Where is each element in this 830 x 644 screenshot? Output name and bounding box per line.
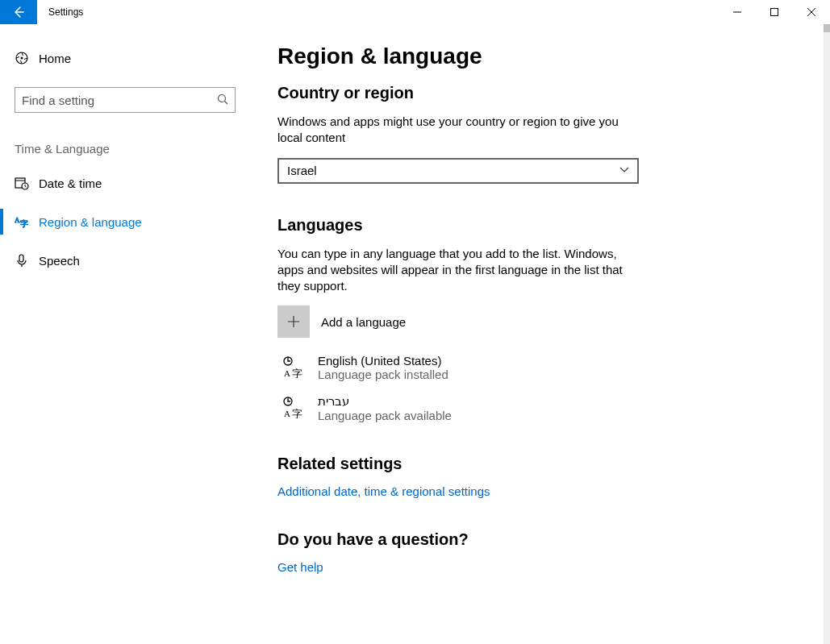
chevron-down-icon — [619, 164, 629, 177]
nav-region-language[interactable]: A字 Region & language — [0, 202, 250, 241]
close-button[interactable] — [793, 0, 830, 24]
section-related: Related settings — [277, 455, 798, 473]
region-dropdown[interactable]: Israel — [277, 158, 639, 184]
language-name: עברית — [318, 394, 452, 409]
window-title: Settings — [37, 0, 719, 24]
svg-text:字: 字 — [20, 219, 28, 228]
section-country-region: Country or region — [277, 84, 798, 102]
nav-label: Speech — [39, 254, 80, 268]
home-label: Home — [39, 52, 71, 65]
close-icon — [807, 8, 815, 16]
languages-description: You can type in any language that you ad… — [277, 246, 624, 295]
related-settings-link[interactable]: Additional date, time & regional setting… — [277, 484, 798, 498]
home-icon — [15, 51, 39, 65]
back-arrow-icon — [12, 6, 25, 19]
minimize-icon — [733, 8, 741, 16]
home-nav[interactable]: Home — [0, 40, 250, 76]
svg-text:A: A — [15, 216, 20, 224]
content-area: Region & language Country or region Wind… — [250, 24, 830, 644]
region-description: Windows and apps might use your country … — [277, 114, 624, 147]
sidebar: Home Time & Language Date & time A字 Regi… — [0, 24, 250, 644]
svg-rect-8 — [19, 255, 23, 262]
nav-group-heading: Time & Language — [15, 142, 250, 156]
section-question: Do you have a question? — [277, 530, 798, 549]
language-glyph-icon: A字 — [277, 394, 310, 418]
region-value: Israel — [287, 164, 317, 177]
minimize-button[interactable] — [719, 0, 756, 24]
language-icon: A字 — [15, 214, 39, 229]
maximize-icon — [770, 8, 778, 16]
nav-date-time[interactable]: Date & time — [0, 164, 250, 202]
language-status: Language pack installed — [318, 368, 448, 381]
search-box[interactable] — [15, 87, 236, 113]
language-glyph-icon: A字 — [277, 354, 310, 378]
language-status: Language pack available — [318, 409, 452, 422]
language-item-hebrew[interactable]: A字 עברית Language pack available — [277, 394, 798, 422]
back-button[interactable] — [0, 0, 37, 24]
nav-label: Region & language — [39, 215, 142, 229]
search-input[interactable] — [22, 93, 217, 107]
search-icon — [217, 93, 228, 107]
svg-text:字: 字 — [292, 368, 302, 378]
get-help-link[interactable]: Get help — [277, 560, 798, 574]
svg-text:A: A — [284, 409, 290, 418]
language-name: English (United States) — [318, 354, 448, 368]
add-language-label: Add a language — [321, 315, 406, 329]
svg-point-2 — [21, 57, 23, 60]
svg-rect-0 — [771, 9, 778, 16]
microphone-icon — [15, 253, 39, 268]
maximize-button[interactable] — [756, 0, 793, 24]
calendar-clock-icon — [15, 176, 39, 190]
nav-speech[interactable]: Speech — [0, 241, 250, 280]
page-title: Region & language — [277, 44, 798, 69]
svg-text:字: 字 — [292, 408, 302, 418]
nav-label: Date & time — [39, 177, 102, 190]
language-item-english[interactable]: A字 English (United States) Language pack… — [277, 354, 798, 381]
svg-point-3 — [219, 94, 226, 102]
add-language-button[interactable]: Add a language — [277, 305, 798, 338]
scrollbar-thumb[interactable] — [824, 24, 830, 32]
svg-text:A: A — [284, 368, 290, 378]
plus-icon — [277, 305, 310, 338]
section-languages: Languages — [277, 216, 798, 235]
scrollbar-track[interactable] — [824, 24, 830, 644]
